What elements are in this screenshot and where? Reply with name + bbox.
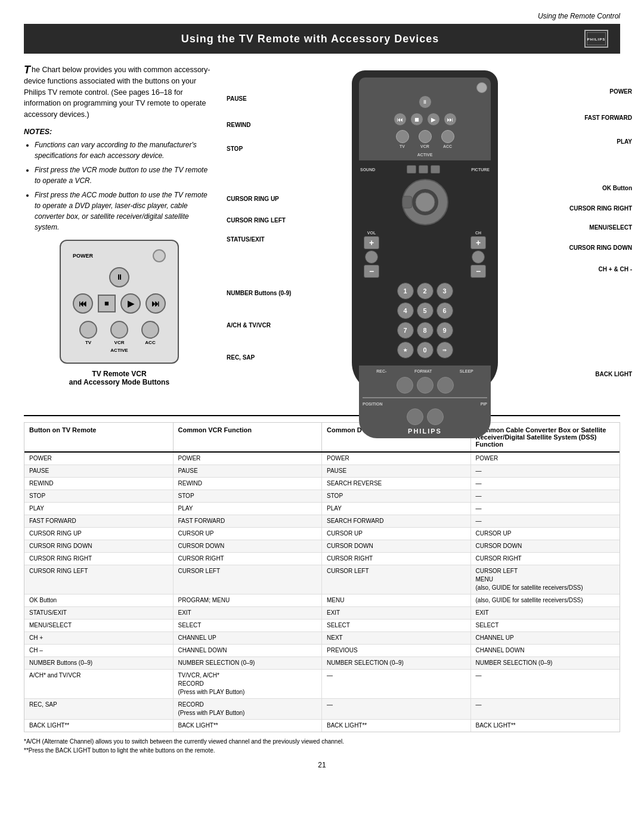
separator: [363, 397, 487, 398]
remote-body: ⏸ ⏮ ⏹ ▶ ⏭ TV: [352, 70, 498, 392]
label-menu-select: MENU/SELECT: [589, 224, 632, 231]
ch-block: CH + −: [470, 231, 486, 278]
cell-play-btn: PLAY: [24, 503, 174, 515]
btn-8: 8: [417, 322, 434, 339]
format-sleep-row: REC- FORMAT SLEEP: [363, 369, 487, 373]
cell-menu-cable: SELECT: [471, 620, 620, 631]
cell-crdown-cable: CURSOR DOWN: [471, 540, 620, 552]
intro-body: he Chart below provides you with common …: [24, 66, 210, 119]
mode-row: TV VCR ACC: [363, 130, 487, 148]
cell-menu-dvd: SELECT: [322, 620, 471, 631]
cell-ach-btn: A/CH* and TV/VCR: [24, 670, 174, 698]
cell-ok-cable: (also, GUIDE for satellite receivers/DSS…: [471, 594, 620, 606]
drop-cap: T: [24, 64, 30, 75]
cell-backlight-vcr: BACK LIGHT**: [174, 720, 323, 732]
vcr-acc-button: ACC: [141, 321, 159, 345]
pip-label: PIP: [481, 402, 487, 406]
extra-btn-3: [431, 165, 440, 174]
cell-chplus-dvd: NEXT: [322, 632, 471, 644]
cell-stop-cable: —: [471, 490, 620, 502]
table-row: BACK LIGHT** BACK LIGHT** BACK LIGHT** B…: [24, 720, 620, 732]
intro-text: The Chart below provides you with common…: [24, 64, 215, 120]
cell-pause-btn: PAUSE: [24, 465, 174, 477]
cell-ach-vcr: TV/VCR, A/CH*RECORD(Press with PLAY Butt…: [174, 670, 323, 698]
label-fast-forward: FAST FORWARD: [584, 114, 632, 121]
cell-rec-dvd: —: [322, 699, 471, 719]
cell-play-vcr: PLAY: [174, 503, 323, 515]
cell-crright-cable: CURSOR RIGHT: [471, 553, 620, 565]
table-row: OK Button PROGRAM; MENU MENU (also, GUID…: [24, 594, 620, 607]
label-cursor-ring-down: CURSOR RING DOWN: [569, 244, 632, 251]
cell-num-btn: NUMBER Buttons (0–9): [24, 657, 174, 669]
pause-row: ⏸: [363, 95, 487, 109]
cell-play-dvd: PLAY: [322, 503, 471, 515]
btn-1: 1: [397, 283, 414, 299]
cell-stop-vcr: STOP: [174, 490, 323, 502]
cell-menu-vcr: SELECT: [174, 620, 323, 631]
cell-ok-vcr: PROGRAM; MENU: [174, 594, 323, 606]
table-header: Button on TV Remote Common VCR Function …: [24, 423, 620, 453]
philips-logo-small: PHILIPS: [584, 30, 608, 48]
footnote-1: *A/CH (Alternate Channel) allows you to …: [24, 737, 620, 746]
cell-chplus-vcr: CHANNEL UP: [174, 632, 323, 644]
cell-pause-cable: —: [471, 465, 620, 477]
table-row: NUMBER Buttons (0–9) NUMBER SELECTION (0…: [24, 657, 620, 670]
vcr-tv-button: TV: [79, 321, 97, 345]
label-rewind: REWIND: [227, 122, 251, 128]
vcr-remote-diagram: POWER ⏸ ⏮ ■ ▶ ⏭ TV: [60, 240, 179, 364]
number-grid: 1 2 3 4 5 6 7 8 9 ★ 0 ⇒: [397, 283, 453, 358]
vcr-power-row: POWER: [73, 249, 166, 262]
cell-chminus-dvd: PREVIOUS: [322, 645, 471, 657]
table-row: CH – CHANNEL DOWN PREVIOUS CHANNEL DOWN: [24, 645, 620, 657]
ch-label: CH: [475, 231, 481, 235]
cell-power-cable: POWER: [471, 453, 620, 465]
label-ch-plus-minus: CH + & CH -: [599, 266, 632, 272]
cell-power-btn: POWER: [24, 453, 174, 465]
cell-play-cable: —: [471, 503, 620, 515]
btn-7: 7: [397, 322, 414, 339]
ch-minus-button: −: [470, 265, 486, 278]
cell-ff-btn: FAST FORWARD: [24, 515, 174, 527]
svg-text:PHILIPS: PHILIPS: [587, 38, 605, 41]
cursor-ring-area: [359, 178, 491, 226]
vol-minus-button: −: [364, 265, 379, 278]
table-row: CURSOR RING LEFT CURSOR LEFT CURSOR LEFT…: [24, 565, 620, 594]
note-item-2: First press the VCR mode button to use t…: [35, 165, 215, 186]
cell-status-vcr: EXIT: [174, 607, 323, 619]
table-row: CH + CHANNEL UP NEXT CHANNEL UP: [24, 632, 620, 645]
play-button: ▶: [427, 113, 440, 126]
cell-backlight-cable: BACK LIGHT**: [471, 720, 620, 732]
table-row: CURSOR RING RIGHT CURSOR RIGHT CURSOR RI…: [24, 553, 620, 565]
rewind-button: ⏮: [394, 113, 407, 126]
pip-btn-1: [407, 408, 423, 425]
table-row: POWER POWER POWER POWER: [24, 453, 620, 465]
vcr-mode-row: TV VCR ACC: [73, 321, 166, 345]
cell-crleft-vcr: CURSOR LEFT: [174, 565, 323, 594]
vcr-stop-button: ■: [98, 295, 116, 312]
cell-rec-vcr: RECORD(Press with PLAY Button): [174, 699, 323, 719]
notes-list: Functions can vary according to the manu…: [24, 140, 215, 233]
cell-status-cable: EXIT: [471, 607, 620, 619]
btn-star: ★: [397, 342, 414, 358]
cursor-ring-svg: [401, 178, 449, 226]
ch-plus-button: +: [470, 236, 486, 249]
notes-section: NOTES: Functions can vary according to t…: [24, 128, 215, 233]
rec-label: REC-: [376, 369, 386, 373]
cell-crleft-dvd: CURSOR LEFT: [322, 565, 471, 594]
speaker-btn-1: [397, 377, 413, 394]
cell-crleft-cable: CURSOR LEFTMENU(also, GUIDE for satellit…: [471, 565, 620, 594]
cell-backlight-dvd: BACK LIGHT**: [322, 720, 471, 732]
cell-crup-cable: CURSOR UP: [471, 528, 620, 540]
table-row: A/CH* and TV/VCR TV/VCR, A/CH*RECORD(Pre…: [24, 670, 620, 699]
speaker-btn-2: [417, 377, 434, 394]
cell-ach-cable: —: [471, 670, 620, 698]
btn-9: 9: [436, 322, 453, 339]
vol-plus-button: +: [364, 236, 379, 249]
vcr-transport-row: ⏮ ■ ▶ ⏭: [73, 293, 166, 314]
cell-ach-dvd: —: [322, 670, 471, 698]
cell-rec-btn: REC, SAP: [24, 699, 174, 719]
acc-mode: ACC: [441, 130, 454, 148]
label-cursor-ring-up: CURSOR RING UP: [227, 196, 279, 202]
cell-status-btn: STATUS/EXIT: [24, 607, 174, 619]
vcr-mode: VCR: [419, 130, 432, 148]
